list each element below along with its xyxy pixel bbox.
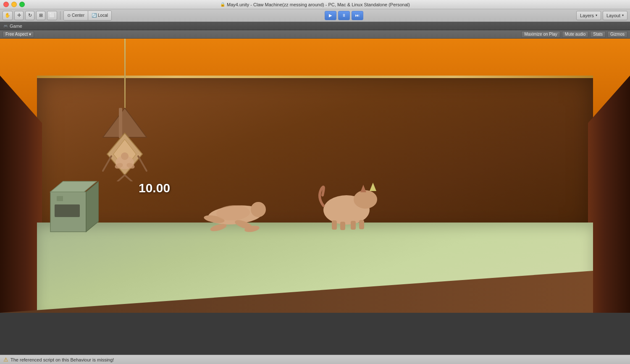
local-button[interactable]: 🔄 Local [88,11,111,20]
svg-rect-1 [119,108,122,138]
svg-rect-28 [332,220,337,230]
toolbar: ✋ ✛ ↻ ⊞ ⬜ ⊙ Center 🔄 Local ▶ ⏸ ⏭ Layers … [0,9,630,22]
warning-text: The referenced script on this Behaviour … [10,357,114,362]
gizmos-label: Gizmos [610,32,625,37]
local-label: Local [98,13,108,18]
svg-marker-26 [370,183,376,191]
center-label: Center [72,13,84,18]
layers-label: Layers [580,13,594,18]
aspect-arrow: ▾ [29,32,31,37]
claw-wire [124,39,126,114]
game-view-toolbar-right: Maximize on Play Mute audio Stats Gizmos [521,31,627,38]
svg-rect-16 [57,196,63,201]
window-controls [3,2,25,7]
status-bar: ⚠ The referenced script on this Behaviou… [0,355,630,364]
left-box [48,179,99,234]
play-controls: ▶ ⏸ ⏭ [113,11,575,20]
svg-line-5 [138,156,147,171]
close-button[interactable] [3,2,9,7]
maximize-on-play-button[interactable]: Maximize on Play [521,31,560,38]
rotate-tool-button[interactable]: ↻ [25,11,34,20]
stats-button[interactable]: Stats [590,31,606,38]
game-tab-icon: 🎮 [3,24,8,28]
svg-rect-15 [55,204,80,217]
hand-tool-button[interactable]: ✋ [3,11,13,20]
rect-tool-button[interactable]: ⬜ [47,11,57,20]
window-title: May4.unity - Claw Machine(zz messing aro… [227,2,410,7]
stats-label: Stats [593,32,603,37]
svg-point-25 [354,190,377,209]
svg-line-6 [118,175,125,181]
maximize-button[interactable] [19,2,25,7]
title-bar: 🔒 May4.unity - Claw Machine(zz messing a… [0,0,630,9]
center-icon: ⊙ [67,13,71,18]
game-tab-label: Game [10,24,22,29]
center-button[interactable]: ⊙ Center [64,11,88,20]
layout-arrow: ▾ [622,13,624,17]
minimize-button[interactable] [11,2,17,7]
layers-arrow: ▾ [596,13,597,17]
gizmos-button[interactable]: Gizmos [607,31,627,38]
game-canvas: 10.00 [0,39,630,313]
maximize-on-play-label: Maximize on Play [524,32,557,37]
title-text: 🔒 May4.unity - Claw Machine(zz messing a… [220,2,410,7]
svg-rect-31 [359,220,364,229]
top-light-strip [37,76,593,78]
step-button[interactable]: ⏭ [352,11,363,20]
warning-icon: ⚠ [3,356,8,363]
pause-button[interactable]: ⏸ [338,11,350,20]
layout-label: Layout [606,13,620,18]
svg-marker-27 [360,185,366,192]
local-icon: 🔄 [92,13,97,18]
svg-line-4 [103,156,111,171]
game-view-toolbar: Free Aspect ▾ Maximize on Play Mute audi… [0,30,630,39]
move-tool-button[interactable]: ✛ [14,11,24,20]
unicorn-figure [315,181,378,231]
figure-group [193,179,290,234]
svg-rect-30 [351,221,356,230]
scale-tool-button[interactable]: ⊞ [36,11,45,20]
score-display: 10.00 [139,181,170,195]
svg-rect-29 [340,222,345,230]
unity-icon: 🔒 [220,2,225,7]
toolbar-right: Layers ▾ Layout ▾ [576,11,627,20]
mute-audio-button[interactable]: Mute audio [562,31,588,38]
svg-line-7 [125,175,132,181]
svg-point-18 [251,202,266,217]
mute-audio-label: Mute audio [565,32,585,37]
play-button[interactable]: ▶ [325,11,336,20]
game-panel-header: 🎮 Game [0,22,630,30]
aspect-label: Free Aspect [5,32,28,37]
claw-assembly [94,108,155,181]
aspect-dropdown[interactable]: Free Aspect ▾ [3,31,34,38]
separator-1 [60,11,60,20]
layers-dropdown[interactable]: Layers ▾ [576,11,601,20]
game-tab[interactable]: 🎮 Game [3,24,22,29]
svg-point-9 [121,152,129,160]
layout-dropdown[interactable]: Layout ▾ [603,11,627,20]
pivot-group: ⊙ Center 🔄 Local [63,10,112,21]
